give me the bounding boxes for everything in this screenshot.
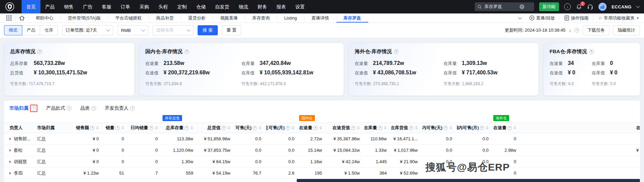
table-row-1[interactable]: 销售部...汇总¥ 000113.38w¥ 51,858.98w0.00.02.… — [4, 133, 640, 145]
home-icon[interactable] — [16, 15, 28, 21]
dimension-tab-产品款式[interactable]: 产品款式? — [46, 105, 71, 111]
menu-item-客服[interactable]: 客服 — [97, 0, 116, 13]
sort-icon[interactable] — [514, 126, 516, 130]
help-icon[interactable]: ? — [313, 126, 318, 130]
account-name[interactable]: ECCANG — [612, 4, 632, 9]
menu-item-首页[interactable]: 首页 — [22, 0, 40, 13]
column-header-8[interactable]: 总可售(天)? — [235, 125, 266, 131]
sort-icon[interactable] — [228, 126, 230, 130]
sort-icon[interactable] — [384, 126, 387, 130]
help-icon[interactable]: ? — [394, 49, 399, 54]
page-tab-库存查询[interactable]: 库存查询 — [245, 14, 277, 23]
menu-item-订单[interactable]: 订单 — [116, 0, 135, 13]
column-header-3[interactable]: 销售额? — [71, 125, 104, 131]
sort-icon[interactable] — [155, 126, 158, 130]
reset-button[interactable]: 重 置 — [222, 25, 241, 35]
live-replay-link[interactable]: 直播/回放 — [529, 15, 555, 21]
download-tasks-button[interactable]: 下载任务 — [583, 25, 610, 35]
menu-item-销售[interactable]: 销售 — [59, 0, 78, 13]
help-icon[interactable]: ? — [115, 126, 120, 130]
dimension-tab-开发负责人[interactable]: 开发负责人? — [105, 105, 135, 111]
menu-item-广告[interactable]: 广告 — [78, 0, 97, 13]
column-header-9[interactable]: 总可售(月)? — [266, 125, 299, 131]
sort-icon[interactable] — [357, 126, 360, 130]
notifications-button[interactable]: 2 — [576, 4, 582, 10]
menu-item-采购[interactable]: 采购 — [135, 0, 154, 13]
page-tab-库存罗盘[interactable]: 库存罗盘 — [336, 14, 368, 23]
column-header-5[interactable]: 日均销量? — [129, 125, 163, 131]
help-icon[interactable]: ? — [31, 106, 36, 111]
column-header-15[interactable]: 国内可售(月)? — [457, 125, 493, 131]
sort-icon[interactable] — [319, 126, 322, 130]
help-icon[interactable]: ? — [480, 126, 484, 130]
favorites-link[interactable]: ☆ 常用功能收藏夹 ▼ — [598, 15, 639, 21]
view-tab-产品[interactable]: 产品 — [22, 25, 40, 35]
expand-caret-icon[interactable] — [9, 149, 11, 152]
dimension-tab-品类[interactable]: 品类? — [80, 105, 96, 111]
sort-icon[interactable] — [259, 126, 261, 130]
hide-stats-button[interactable]: 隐藏统计 — [613, 25, 640, 35]
global-search-box[interactable]: ✕ — [475, 2, 534, 11]
account-chevron-down-icon[interactable] — [636, 4, 640, 8]
search-button[interactable]: 搜 索 — [198, 25, 218, 35]
refresh-down-arrow-icon[interactable]: ↓ — [569, 28, 571, 33]
page-tab-货件管理(STA)版[interactable]: 货件管理(STA)版 — [61, 14, 108, 23]
page-tab-退货分析[interactable]: 退货分析 — [181, 14, 213, 23]
download-center-icon[interactable]: ↓ — [564, 3, 571, 10]
page-tab-Listing[interactable]: Listing — [277, 14, 304, 23]
sort-icon[interactable] — [415, 126, 418, 130]
help-icon[interactable]: ? — [90, 126, 94, 130]
help-icon[interactable]: ? — [37, 49, 42, 54]
sort-icon[interactable] — [292, 126, 294, 130]
apps-grid-icon[interactable] — [3, 15, 15, 21]
warehouse-select[interactable]: 选择仓库 — [152, 25, 194, 35]
help-icon[interactable]: ? — [378, 126, 382, 130]
page-tab-商品补货[interactable]: 商品补货 — [149, 14, 181, 23]
column-header-10[interactable]: 在途量? — [299, 125, 327, 131]
menu-item-物流[interactable]: 物流 — [234, 0, 253, 13]
help-icon[interactable]: ? — [409, 126, 413, 130]
new-feature-button[interactable]: 新功能 — [539, 2, 559, 11]
support-headset-icon[interactable] — [587, 4, 593, 10]
page-tab-帮助中心[interactable]: 帮助中心 — [29, 14, 60, 23]
column-header-4[interactable]: 销量? — [104, 125, 129, 131]
menu-item-财务[interactable]: 财务 — [253, 0, 272, 13]
page-tab-直播详情[interactable]: 直播详情 — [304, 14, 336, 23]
help-icon[interactable]: ? — [67, 106, 71, 111]
column-header-12[interactable]: 在库量? — [364, 125, 391, 131]
table-row-3[interactable]: 胡丽慧汇总¥ 0001.30w¥ 64.15w0.00.01.16w¥ 42.2… — [4, 156, 640, 168]
column-header-7[interactable]: 总货值? — [198, 125, 235, 131]
column-header-17[interactable]: 在途货值? — [521, 125, 640, 131]
menu-item-产品[interactable]: 产品 — [40, 0, 59, 13]
page-tab-视频直播[interactable]: 视频直播 — [213, 14, 245, 23]
help-icon[interactable]: ? — [130, 106, 135, 111]
help-icon[interactable]: ? — [589, 49, 594, 54]
help-icon[interactable]: ? — [184, 126, 189, 130]
help-icon[interactable]: ? — [91, 106, 96, 111]
help-icon[interactable]: ? — [443, 126, 448, 130]
table-row-2[interactable]: 蔡松汇总¥ 0001,120.04w¥ 37,853.75w0.00.015.1… — [4, 145, 640, 156]
app-logo-icon[interactable] — [5, 2, 14, 11]
view-tab-概览[interactable]: 概览 — [4, 25, 22, 35]
column-header-6[interactable]: 总库存量? — [163, 125, 198, 131]
help-icon[interactable]: ? — [253, 126, 257, 130]
collapse-tabs-chevron-icon[interactable] — [518, 15, 522, 19]
help-icon[interactable]: ? — [575, 28, 579, 33]
help-icon[interactable]: ? — [286, 126, 290, 130]
expand-caret-icon[interactable] — [9, 172, 11, 175]
menu-item-头程[interactable]: 头程 — [154, 0, 173, 13]
column-header-14[interactable]: 国内可售(天)? — [422, 125, 457, 131]
dimension-tab-市场归属[interactable]: 市场归属? — [9, 105, 37, 112]
search-input[interactable] — [484, 4, 518, 10]
page-tab-平台店铺授权[interactable]: 平台店铺授权 — [108, 14, 149, 23]
help-icon[interactable]: ? — [184, 49, 189, 54]
help-icon[interactable]: ? — [149, 126, 153, 130]
horizontal-scrollbar-thumb[interactable] — [297, 179, 640, 182]
view-tab-仓库[interactable]: 仓库 — [40, 25, 58, 35]
order-range-select[interactable]: 订单范围: 近7天 — [62, 25, 113, 35]
expand-caret-icon[interactable] — [9, 138, 11, 140]
column-header-13[interactable]: 在库货值? — [391, 125, 422, 131]
menu-item-报表[interactable]: 报表 — [272, 0, 291, 13]
sort-icon[interactable] — [96, 126, 99, 130]
menu-item-定制[interactable]: 定制 — [173, 0, 192, 13]
